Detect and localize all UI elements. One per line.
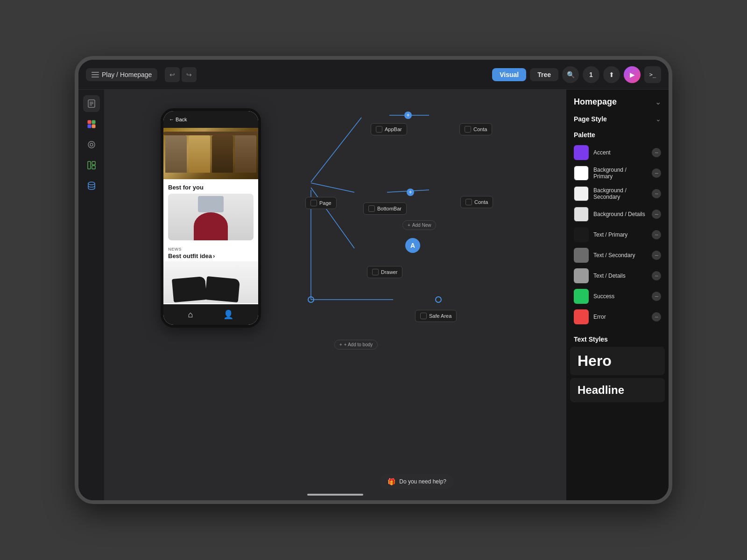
palette-item-text-details[interactable]: Text / Details − — [566, 266, 669, 286]
bg-details-remove-button[interactable]: − — [652, 210, 661, 219]
profile-nav-icon[interactable]: 👤 — [223, 309, 233, 320]
bg-primary-remove-button[interactable]: − — [652, 168, 661, 178]
add-new-button[interactable]: + Add New — [402, 220, 436, 230]
tree-node-conta2[interactable]: Conta — [460, 196, 493, 208]
error-remove-button[interactable]: − — [652, 312, 661, 322]
text-styles-section-header[interactable]: Text Styles — [566, 331, 669, 347]
page-node-label: Page — [319, 200, 331, 206]
back-button[interactable]: ← Back — [169, 117, 187, 122]
news-label: NEWS — [168, 247, 254, 252]
breadcrumb-label: Play / Homepage — [102, 71, 152, 78]
palette-item-bg-secondary[interactable]: Background / Secondary − — [566, 183, 669, 204]
bottombar-node-icon — [368, 205, 375, 212]
bg-secondary-remove-button[interactable]: − — [652, 189, 661, 198]
phone-content: Best for you NEWS Best outfit idea › — [163, 128, 258, 304]
palette-item-error[interactable]: Error − — [566, 307, 669, 327]
palette-section-header[interactable]: Palette — [566, 126, 669, 142]
canvas-area: ← Back — [105, 90, 566, 500]
help-button[interactable]: 🎁 Do you need help? — [380, 474, 454, 489]
hero-style-label: Hero — [578, 352, 612, 369]
palette-item-accent[interactable]: Accent − — [566, 142, 669, 163]
outfit-card[interactable] — [168, 194, 254, 240]
breadcrumb[interactable]: Play / Homepage — [86, 68, 157, 81]
text-secondary-swatch — [574, 248, 589, 263]
badge-button[interactable]: 1 — [583, 66, 599, 83]
bg-details-swatch — [574, 207, 589, 222]
headline-style-label: Headline — [578, 384, 624, 396]
tablet-frame: Play / Homepage ↩ ↪ Visual Tree 🔍 1 ⬆ ▶ … — [75, 56, 672, 504]
add-to-body-button[interactable]: + + Add to body — [334, 340, 378, 350]
search-button[interactable]: 🔍 — [562, 66, 579, 83]
home-nav-icon[interactable]: ⌂ — [188, 310, 193, 320]
drawer-node-icon — [372, 269, 379, 275]
svg-rect-10 — [92, 125, 95, 128]
svg-rect-9 — [88, 125, 91, 128]
success-swatch — [574, 289, 589, 304]
svg-rect-7 — [88, 120, 91, 124]
error-swatch — [574, 309, 589, 324]
tree-node-drawer[interactable]: Drawer — [367, 266, 402, 278]
svg-point-29 — [436, 297, 441, 302]
svg-rect-1 — [92, 74, 99, 75]
top-bar-right: Visual Tree 🔍 1 ⬆ ▶ >_ — [492, 66, 661, 83]
sneaker-image — [163, 261, 258, 303]
tree-node-page[interactable]: Page — [305, 197, 337, 209]
redo-button[interactable]: ↪ — [182, 67, 197, 82]
play-button[interactable]: ▶ — [624, 66, 641, 83]
text-primary-remove-button[interactable]: − — [652, 230, 661, 239]
news-arrow: › — [213, 252, 215, 259]
svg-point-11 — [88, 141, 95, 148]
svg-rect-15 — [92, 166, 95, 169]
appbar-node-icon — [376, 126, 382, 133]
menu-icon — [92, 72, 99, 77]
palette-item-success[interactable]: Success − — [566, 286, 669, 307]
text-style-hero-card[interactable]: Hero — [570, 347, 665, 375]
text-details-swatch — [574, 268, 589, 283]
search-icon: 🔍 — [567, 71, 575, 78]
accent-remove-button[interactable]: − — [652, 148, 661, 157]
tree-node-safearea[interactable]: Safe Area — [415, 310, 457, 322]
undo-redo-group: ↩ ↪ — [165, 67, 197, 82]
tree-node-appbar[interactable]: AppBar — [371, 123, 407, 135]
palette-item-bg-primary[interactable]: Background / Primary − — [566, 163, 669, 183]
phone-nav: ⌂ 👤 — [163, 304, 258, 325]
tree-node-bottombar[interactable]: BottomBar — [363, 203, 407, 215]
drawer-node-label: Drawer — [381, 269, 397, 275]
phone-screen: ← Back — [163, 111, 258, 325]
palette-item-bg-details[interactable]: Background / Details − — [566, 204, 669, 224]
add-body-label: + Add to body — [344, 342, 373, 347]
right-panel: Homepage ⌄ Page Style ⌄ Palette Accent − — [566, 90, 669, 500]
visual-button[interactable]: Visual — [492, 68, 526, 81]
tree-connector-svg: + + — [273, 90, 543, 426]
avatar-node[interactable]: A — [405, 238, 420, 253]
svg-point-23 — [404, 112, 412, 119]
page-style-section-header[interactable]: Page Style ⌄ — [566, 111, 669, 126]
share-button[interactable]: ⬆ — [603, 66, 620, 83]
clothing-item-4 — [235, 135, 256, 173]
bg-secondary-swatch — [574, 186, 589, 201]
success-remove-button[interactable]: − — [652, 292, 661, 301]
error-label: Error — [593, 314, 647, 320]
text-secondary-remove-button[interactable]: − — [652, 251, 661, 260]
outfit-image — [168, 194, 254, 240]
svg-rect-2 — [92, 77, 99, 77]
text-style-headline-card[interactable]: Headline — [570, 378, 665, 402]
palette-item-text-primary[interactable]: Text / Primary − — [566, 224, 669, 245]
svg-line-25 — [387, 190, 429, 192]
sidebar-icon-data[interactable] — [83, 177, 100, 194]
terminal-button[interactable]: >_ — [644, 66, 661, 83]
tree-button[interactable]: Tree — [530, 68, 558, 81]
clothing-item-1 — [165, 135, 187, 173]
svg-point-12 — [90, 143, 93, 146]
text-details-remove-button[interactable]: − — [652, 271, 661, 280]
tree-node-conta1[interactable]: Conta — [459, 123, 492, 135]
undo-button[interactable]: ↩ — [165, 67, 180, 82]
palette-item-text-secondary[interactable]: Text / Secondary − — [566, 245, 669, 266]
panel-chevron-icon[interactable]: ⌄ — [655, 98, 661, 106]
svg-line-17 — [311, 118, 361, 182]
sidebar-icon-assets[interactable] — [83, 136, 100, 153]
sidebar-icon-layout[interactable] — [83, 157, 100, 174]
svg-point-26 — [407, 189, 414, 196]
sidebar-icon-components[interactable] — [83, 116, 100, 133]
sidebar-icon-pages[interactable] — [83, 95, 100, 112]
